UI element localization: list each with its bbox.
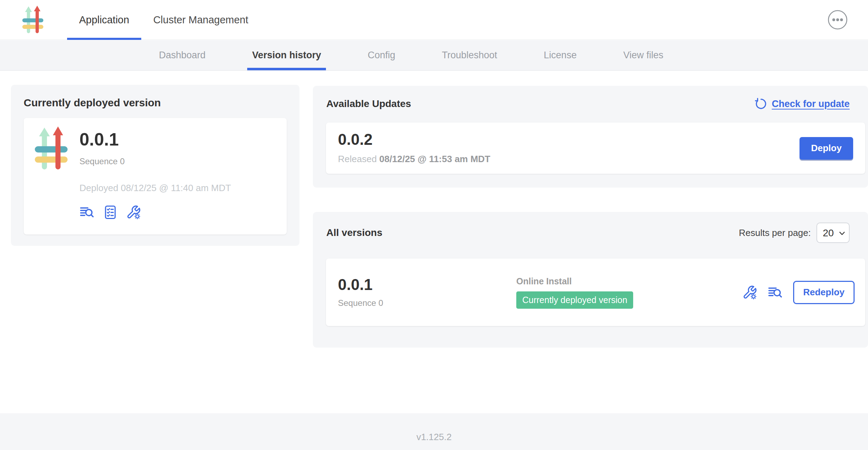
subnav-tab-troubleshoot-label: Troubleshoot (442, 50, 497, 61)
redeploy-button[interactable]: Redeploy (793, 281, 855, 304)
subnav-tab-troubleshoot[interactable]: Troubleshoot (437, 40, 502, 70)
check-for-update-label: Check for update (772, 99, 850, 109)
config-icon (126, 205, 141, 220)
results-per-page-label: Results per page: (739, 227, 811, 238)
app-logo-icon (34, 126, 68, 171)
footer-version: v1.125.2 (416, 432, 452, 442)
results-per-page-select-wrap: 20 (816, 223, 850, 243)
subnav-tab-config-label: Config (368, 50, 395, 61)
currently-deployed-version-tile: 0.0.1 Sequence 0 Deployed 08/12/25 @ 11:… (24, 118, 287, 235)
refresh-icon (755, 98, 767, 110)
currently-deployed-badge: Currently deployed version (516, 291, 633, 309)
subnav-tab-view-files-label: View files (623, 50, 664, 61)
version-row-actions: Redeploy (742, 281, 855, 304)
all-versions-panel: All versions Results per page: 20 0.0.1 … (313, 212, 868, 348)
available-update-row: 0.0.2 Released 08/12/25 @ 11:53 am MDT D… (326, 123, 865, 174)
subnav-tab-version-history[interactable]: Version history (247, 40, 326, 70)
current-version-details: 0.0.1 Sequence 0 Deployed 08/12/25 @ 11:… (79, 126, 231, 226)
released-date: 08/12/25 @ 11:53 am MDT (379, 154, 490, 164)
update-released-line: Released 08/12/25 @ 11:53 am MDT (338, 154, 491, 165)
config-icon (742, 285, 757, 300)
nav-tab-cluster-management[interactable]: Cluster Management (141, 0, 260, 40)
footer: v1.125.2 (0, 413, 868, 450)
current-version-sequence: Sequence 0 (79, 156, 231, 166)
logs-icon (768, 285, 783, 300)
subnav-tab-config[interactable]: Config (363, 40, 400, 70)
kots-admin-console: Application Cluster Management Dashboard… (0, 0, 868, 450)
preflight-icon (103, 205, 118, 220)
current-version-actions (79, 205, 231, 220)
row-edit-config-button[interactable] (742, 285, 757, 300)
subnav-tab-version-history-label: Version history (252, 50, 321, 61)
subnav-tab-dashboard-label: Dashboard (159, 50, 206, 61)
view-logs-button[interactable] (79, 205, 94, 220)
currently-deployed-card: Currently deployed version 0.0.1 Sequenc… (11, 85, 299, 246)
more-options-button[interactable] (827, 10, 848, 30)
subnav-tabs: Dashboard Version history Config Trouble… (154, 40, 668, 70)
update-info: 0.0.2 Released 08/12/25 @ 11:53 am MDT (338, 132, 491, 165)
currently-deployed-title: Currently deployed version (24, 97, 287, 109)
row-view-logs-button[interactable] (768, 285, 783, 300)
version-row: 0.0.1 Sequence 0 Online Install Currentl… (326, 259, 865, 326)
app-subnav: Dashboard Version history Config Trouble… (0, 40, 868, 71)
current-version-number: 0.0.1 (79, 130, 231, 149)
update-version-number: 0.0.2 (338, 132, 491, 147)
all-versions-title: All versions (326, 227, 382, 238)
released-prefix: Released (338, 154, 377, 164)
check-for-update-link[interactable]: Check for update (755, 98, 850, 110)
results-per-page-group: Results per page: 20 (739, 223, 850, 243)
version-row-sequence: Sequence 0 (338, 298, 516, 308)
version-row-status: Online Install Currently deployed versio… (516, 276, 742, 309)
nav-tab-cluster-management-label: Cluster Management (153, 14, 248, 26)
logs-icon (79, 205, 94, 220)
version-row-number: 0.0.1 (338, 277, 516, 292)
edit-config-button[interactable] (126, 205, 141, 220)
ellipsis-icon (827, 10, 848, 30)
available-updates-panel: Available Updates Check for update 0.0.2… (313, 86, 868, 188)
deploy-button[interactable]: Deploy (799, 137, 853, 160)
version-row-info: 0.0.1 Sequence 0 (338, 277, 516, 308)
subnav-tab-license[interactable]: License (539, 40, 582, 70)
nav-tab-application[interactable]: Application (67, 0, 141, 40)
nav-tab-application-label: Application (79, 14, 129, 26)
preflight-checks-button[interactable] (103, 205, 118, 220)
available-updates-title: Available Updates (326, 98, 411, 109)
current-version-deployed-at: Deployed 08/12/25 @ 11:40 am MDT (79, 183, 231, 194)
top-navbar: Application Cluster Management (0, 0, 868, 40)
subnav-tab-view-files[interactable]: View files (618, 40, 668, 70)
subnav-tab-dashboard[interactable]: Dashboard (154, 40, 210, 70)
all-versions-header: All versions Results per page: 20 (313, 223, 868, 243)
available-updates-header: Available Updates Check for update (313, 98, 868, 110)
navbar-tabs: Application Cluster Management (67, 0, 260, 40)
app-logo-icon (22, 6, 44, 34)
install-type-label: Online Install (516, 276, 742, 286)
subnav-tab-license-label: License (544, 50, 577, 61)
results-per-page-select[interactable]: 20 (816, 223, 850, 243)
